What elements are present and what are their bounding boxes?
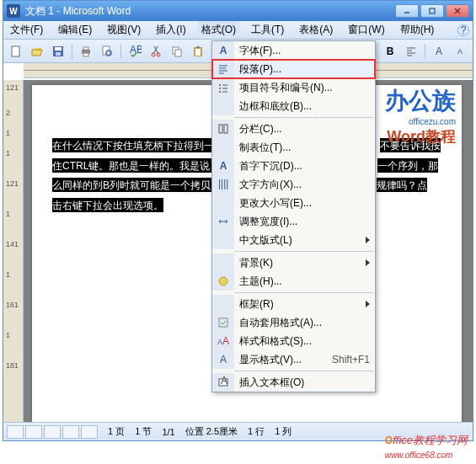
- menu-table[interactable]: 表格(A): [296, 21, 336, 39]
- print-button[interactable]: [77, 42, 95, 61]
- svg-rect-9: [83, 47, 88, 50]
- open-button[interactable]: [28, 42, 46, 61]
- new-doc-button[interactable]: [7, 42, 25, 61]
- menu-separator: [234, 292, 373, 293]
- menu-item-autoformat[interactable]: 自动套用格式(A)...: [212, 313, 375, 332]
- svg-rect-6: [55, 47, 62, 51]
- svg-point-38: [219, 277, 227, 285]
- view-print-button[interactable]: [44, 425, 61, 439]
- menu-item-fitwidth[interactable]: 调整宽度(I)...: [212, 212, 375, 231]
- menu-help[interactable]: 帮助(H): [397, 21, 438, 39]
- menu-item-dropcap[interactable]: A 首字下沉(D)...: [212, 157, 375, 175]
- status-page: 1 页: [108, 425, 125, 438]
- status-page-of: 1/1: [162, 427, 174, 437]
- menu-item-textbox[interactable]: A 插入文本框(O): [212, 373, 375, 392]
- selected-text[interactable]: 住CTRL键。那也是一样的。我是说，: [52, 158, 223, 173]
- view-reading-button[interactable]: [81, 425, 98, 439]
- view-normal-button[interactable]: [7, 425, 24, 439]
- svg-point-29: [219, 84, 221, 86]
- styles-icon: AA: [217, 335, 229, 347]
- bold-button[interactable]: B: [381, 42, 399, 61]
- close-button[interactable]: [446, 4, 469, 18]
- font-shrink-button[interactable]: A: [451, 42, 469, 61]
- svg-rect-39: [219, 318, 227, 327]
- ruler-tick: 181: [6, 361, 19, 370]
- reveal-icon: A: [220, 354, 227, 365]
- save-button[interactable]: [49, 42, 67, 61]
- window-title: 文档 1 - Microsoft Word: [25, 4, 395, 19]
- svg-rect-7: [56, 52, 61, 56]
- menu-item-background[interactable]: 背景(K): [212, 253, 375, 272]
- status-line: 1 行: [248, 425, 265, 438]
- toolbar-separator: [425, 44, 425, 59]
- menu-item-styles[interactable]: AA 样式和格式(S)...: [212, 332, 375, 350]
- dropcap-icon: A: [220, 160, 227, 172]
- submenu-arrow-icon: [366, 259, 370, 266]
- ruler-tick: 1: [6, 210, 10, 218]
- selected-text[interactable]: 在什么情况下按住填充柄下拉得到一: [52, 138, 217, 152]
- spellcheck-button[interactable]: ABC: [126, 42, 144, 61]
- ruler-tick: 141: [6, 240, 19, 248]
- menu-item-asianlayout[interactable]: 中文版式(L): [212, 231, 375, 249]
- menu-item-paragraph[interactable]: 段落(P)...: [212, 60, 375, 78]
- app-window: W 文档 1 - Microsoft Word 文件(F) 编辑(E) 视图(V…: [3, 0, 473, 441]
- vertical-ruler[interactable]: 121 2 1 1 121 1 141 1 161 1 181: [3, 80, 24, 422]
- selected-text[interactable]: 么同样的到B列时就可能是一个拷贝。: [52, 178, 224, 192]
- print-preview-button[interactable]: [98, 42, 116, 61]
- question-help-icon[interactable]: ?: [457, 24, 469, 36]
- svg-rect-20: [196, 46, 200, 48]
- menu-tools[interactable]: 工具(T): [248, 21, 287, 39]
- view-outline-button[interactable]: [62, 425, 79, 439]
- bullets-icon: [217, 82, 229, 93]
- format-dropdown-menu: A 字体(F)... 段落(P)... 项目符号和编号(N)... 边框和底纹(…: [211, 40, 376, 392]
- ruler-tick: 1: [6, 149, 10, 157]
- menu-view[interactable]: 视图(V): [104, 21, 144, 39]
- svg-rect-17: [175, 50, 181, 56]
- menu-item-changecase[interactable]: 更改大小写(E)...: [212, 194, 375, 212]
- watermark-site: OOffice教程学习网ffice教程学习网 www.office68.com: [385, 433, 468, 461]
- menu-format[interactable]: 格式(O): [198, 21, 239, 39]
- ruler-tick: 1: [6, 270, 10, 279]
- columns-icon: [217, 123, 229, 135]
- paste-button[interactable]: [189, 42, 207, 61]
- menu-item-bullets[interactable]: 项目符号和编号(N)...: [212, 78, 375, 97]
- svg-rect-36: [224, 125, 227, 133]
- ruler-tick: 2: [6, 109, 10, 117]
- svg-rect-35: [219, 125, 222, 133]
- textbox-icon: A: [217, 376, 229, 388]
- svg-rect-10: [83, 53, 88, 56]
- menu-item-frame[interactable]: 框架(R): [212, 295, 375, 313]
- theme-icon: [217, 275, 229, 287]
- maximize-button[interactable]: [420, 4, 444, 18]
- selected-text[interactable]: 击右键下拉会出现选项。: [52, 198, 163, 212]
- menu-insert[interactable]: 插入(I): [152, 21, 189, 39]
- menu-window[interactable]: 窗口(W): [345, 21, 388, 39]
- menu-separator: [234, 251, 373, 252]
- svg-rect-4: [12, 46, 19, 56]
- toolbar-separator: [72, 44, 72, 59]
- menu-edit[interactable]: 编辑(E): [55, 21, 95, 39]
- view-web-button[interactable]: [25, 425, 42, 439]
- menu-item-reveal-formatting[interactable]: A 显示格式(V)... Shift+F1: [212, 350, 375, 369]
- menu-item-borders[interactable]: 边框和底纹(B)...: [212, 97, 375, 115]
- selected-text[interactable]: 一个序列，那: [377, 158, 438, 173]
- align-left-button[interactable]: [402, 42, 420, 61]
- minimize-button[interactable]: [395, 4, 419, 18]
- menu-item-tabs[interactable]: 制表位(T)...: [212, 138, 375, 157]
- selected-text[interactable]: 规律吗？点: [377, 178, 427, 192]
- cut-button[interactable]: [147, 42, 165, 61]
- word-app-icon: W: [7, 4, 20, 18]
- menu-separator: [234, 371, 373, 371]
- menu-item-columns[interactable]: 分栏(C)...: [212, 120, 375, 138]
- textdir-icon: ||||: [217, 179, 229, 190]
- menu-file[interactable]: 文件(F): [7, 21, 46, 39]
- copy-button[interactable]: [168, 42, 186, 61]
- menu-separator: [234, 117, 373, 118]
- ruler-tick: 161: [6, 301, 19, 309]
- font-grow-button[interactable]: A: [430, 42, 448, 61]
- toolbar-separator: [120, 44, 121, 59]
- ruler-tick: 1: [6, 331, 10, 339]
- menu-item-font[interactable]: A 字体(F)...: [212, 41, 375, 60]
- menu-item-textdir[interactable]: |||| 文字方向(X)...: [212, 175, 375, 194]
- menu-item-theme[interactable]: 主题(H)...: [212, 272, 375, 291]
